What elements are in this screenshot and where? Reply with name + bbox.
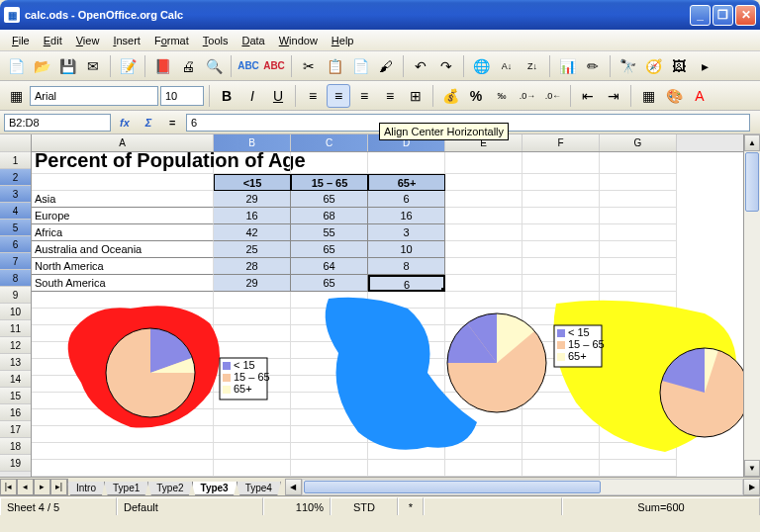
data-cell[interactable]: 65 [291,241,368,258]
status-sum[interactable]: Sum=600 [562,497,760,515]
data-cell[interactable]: 6 [368,191,445,208]
horizontal-scrollbar[interactable]: ◀ ▶ [285,479,760,495]
data-cell[interactable]: 29 [214,191,291,208]
label-cell[interactable]: South America [32,275,214,292]
row-header[interactable]: 13 [0,354,31,371]
borders-button[interactable]: ▦ [636,84,660,108]
name-box[interactable] [4,114,111,132]
styles-button[interactable]: ▦ [4,84,28,108]
sheet-tab[interactable]: Type2 [147,482,192,495]
redo-button[interactable]: ↷ [434,54,458,78]
menu-tools[interactable]: Tools [197,33,235,48]
sheet-tab[interactable]: Intro [67,482,105,495]
open-button[interactable]: 📂 [30,54,53,78]
del-decimal-button[interactable]: .0← [541,84,565,108]
row-header[interactable]: 10 [0,304,31,320]
header-cell[interactable]: 15 – 65 [291,174,368,191]
row-header[interactable]: 19 [0,455,31,472]
show-draw-button[interactable]: ✏ [581,54,605,78]
data-cell[interactable]: 65 [291,275,368,292]
font-size-combo[interactable] [160,86,204,106]
data-cell[interactable]: 6 [368,275,445,292]
scroll-left-button[interactable]: ◀ [285,479,302,495]
vertical-scrollbar[interactable]: ▲ ▼ [743,134,760,477]
maximize-button[interactable]: ❐ [712,5,733,26]
row-header[interactable]: 15 [0,388,31,404]
label-cell[interactable]: Australia and Oceania [32,241,214,258]
scroll-up-button[interactable]: ▲ [744,134,760,151]
cut-button[interactable]: ✂ [297,54,321,78]
undo-button[interactable]: ↶ [409,54,432,78]
col-header[interactable]: F [522,134,600,151]
sheet-tab[interactable]: Type1 [104,482,148,495]
navigator-button[interactable]: 🧭 [641,54,665,78]
align-left-button[interactable]: ≡ [301,84,325,108]
currency-button[interactable]: 💰 [438,84,462,108]
row-header[interactable]: 4 [0,203,31,220]
tab-prev-button[interactable]: ◂ [17,479,34,495]
row-header[interactable]: 17 [0,421,31,438]
title-cell[interactable]: Percent of Population of Age [32,152,214,174]
data-cell[interactable]: 8 [368,258,445,275]
underline-button[interactable]: U [266,84,290,108]
align-right-button[interactable]: ≡ [352,84,376,108]
paste-button[interactable]: 📄 [348,54,372,78]
find-button[interactable]: 🔭 [616,54,639,78]
spellcheck-button[interactable]: ABC [237,54,260,78]
row-header[interactable]: 5 [0,220,31,236]
col-header[interactable]: G [600,134,677,151]
scroll-right-button[interactable]: ▶ [743,479,760,495]
tab-first-button[interactable]: |◂ [0,479,17,495]
row-header[interactable]: 2 [0,169,31,186]
scroll-thumb[interactable] [745,152,759,212]
new-button[interactable]: 📄 [4,54,28,78]
inc-indent-button[interactable]: ⇥ [602,84,625,108]
row-header[interactable]: 11 [0,320,31,337]
row-header[interactable]: 1 [0,152,31,169]
pdf-button[interactable]: 📕 [150,54,174,78]
print-button[interactable]: 🖨 [176,54,200,78]
merge-cells-button[interactable]: ⊞ [404,84,428,108]
copy-button[interactable]: 📋 [323,54,346,78]
standard-format-button[interactable]: ‰ [490,84,514,108]
data-cell[interactable]: 16 [368,208,445,224]
tab-next-button[interactable]: ▸ [34,479,50,495]
row-header[interactable]: 14 [0,371,31,388]
data-cell[interactable]: 16 [214,208,291,224]
minimize-button[interactable]: _ [690,5,711,26]
row-header[interactable]: 18 [0,438,31,455]
scroll-thumb[interactable] [304,481,601,493]
function-wizard-button[interactable]: fx [115,114,135,132]
format-paintbrush-button[interactable]: 🖌 [374,54,398,78]
sort-asc-button[interactable]: A↓ [495,54,519,78]
menu-view[interactable]: View [70,33,106,48]
align-justify-button[interactable]: ≡ [378,84,402,108]
data-cell[interactable]: 3 [368,224,445,241]
menu-data[interactable]: Data [236,33,270,48]
italic-button[interactable]: I [240,84,264,108]
status-zoom[interactable]: 110% [263,497,331,515]
close-button[interactable]: ✕ [735,5,756,26]
data-cell[interactable]: 42 [214,224,291,241]
menu-window[interactable]: Window [273,33,324,48]
status-insert[interactable]: STD [331,497,398,515]
bold-button[interactable]: B [215,84,238,108]
row-header[interactable]: 8 [0,270,31,287]
row-header[interactable]: 12 [0,337,31,354]
menu-insert[interactable]: Insert [107,33,146,48]
edit-file-button[interactable]: 📝 [116,54,140,78]
menu-edit[interactable]: Edit [38,33,68,48]
autospell-button[interactable]: ABC [262,54,286,78]
fontcolor-button[interactable]: A [688,84,712,108]
data-cell[interactable]: 68 [291,208,368,224]
data-cell[interactable]: 64 [291,258,368,275]
row-header[interactable]: 9 [0,287,31,304]
more-button[interactable]: ▸ [693,54,716,78]
chart-button[interactable]: 📊 [555,54,579,78]
align-center-button[interactable]: ≡ [327,84,350,108]
header-cell[interactable]: 65+ [368,174,445,191]
preview-button[interactable]: 🔍 [202,54,226,78]
data-cell[interactable]: 10 [368,241,445,258]
data-cell[interactable]: 55 [291,224,368,241]
function-button[interactable]: = [162,114,182,132]
